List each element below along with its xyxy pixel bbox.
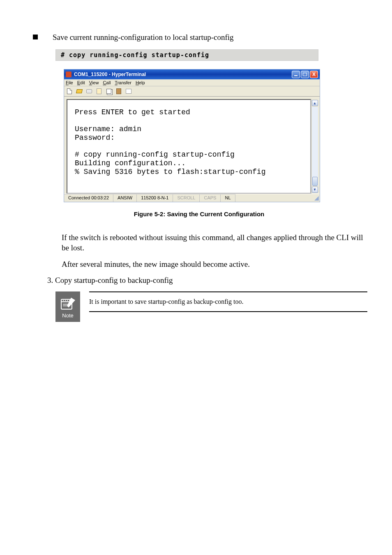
- menu-view[interactable]: View: [89, 80, 99, 85]
- window-title: COM1_115200 - HyperTerminal: [74, 72, 146, 77]
- scroll-up-icon[interactable]: ▲: [312, 100, 318, 106]
- figure-caption: Figure 5-2: Saving the Current Configura…: [31, 210, 367, 217]
- call-icon[interactable]: [85, 88, 93, 95]
- menu-file[interactable]: File: [66, 80, 73, 85]
- properties-icon[interactable]: [125, 88, 132, 95]
- disconnect-icon[interactable]: [95, 88, 103, 95]
- status-scroll: SCROLL: [173, 194, 200, 202]
- titlebar: COM1_115200 - HyperTerminal X: [64, 69, 320, 79]
- note-icon: Note: [55, 291, 80, 322]
- menu-help[interactable]: Help: [136, 80, 145, 85]
- scroll-thumb[interactable]: [312, 177, 318, 186]
- toolbar: [64, 86, 320, 97]
- code-box: # copy running-config startup-config: [55, 49, 318, 61]
- menu-call[interactable]: Call: [103, 80, 111, 85]
- terminal-output[interactable]: Press ENTER to get started Username: adm…: [67, 99, 311, 194]
- menu-edit[interactable]: Edit: [77, 80, 85, 85]
- status-caps: CAPS: [200, 194, 221, 202]
- minimize-button[interactable]: [292, 71, 300, 78]
- menu-transfer[interactable]: Transfer: [115, 80, 131, 85]
- status-nl: NL: [221, 194, 235, 202]
- scrollbar[interactable]: ▲ ▼: [311, 99, 318, 194]
- note-label: Note: [62, 312, 73, 319]
- step-3: 3. Copy startup-config to backup-config: [47, 275, 367, 286]
- scroll-track[interactable]: [312, 107, 318, 186]
- svg-point-2: [63, 300, 64, 301]
- statusbar: Connected 00:03:22 ANSIW 115200 8-N-1 SC…: [64, 194, 320, 202]
- bullet-marker: [33, 35, 38, 39]
- bullet-text: Save current running-configuration to lo…: [53, 33, 234, 42]
- app-icon: [66, 72, 71, 77]
- status-connected: Connected 00:03:22: [64, 194, 113, 202]
- open-icon[interactable]: [76, 88, 83, 95]
- paragraph-2: After several minutes, the new image sho…: [62, 259, 367, 270]
- paragraph-1: If the switch is rebooted without issuin…: [62, 232, 367, 253]
- svg-point-3: [65, 300, 66, 301]
- new-icon[interactable]: [66, 88, 73, 95]
- svg-point-4: [67, 300, 68, 301]
- hyperterminal-window: COM1_115200 - HyperTerminal X File Edit …: [64, 69, 320, 202]
- status-emulation: ANSIW: [113, 194, 137, 202]
- copy-icon[interactable]: [105, 88, 113, 95]
- paste-icon[interactable]: [115, 88, 122, 95]
- scroll-down-icon[interactable]: ▼: [312, 187, 318, 193]
- close-button[interactable]: X: [310, 71, 318, 78]
- menubar: File Edit View Call Transfer Help: [64, 79, 320, 86]
- note-text: It is important to save startup-config a…: [89, 291, 367, 312]
- status-params: 115200 8-N-1: [137, 194, 173, 202]
- notepad-icon: [59, 295, 77, 312]
- maximize-button[interactable]: [301, 71, 309, 78]
- resize-grip-icon[interactable]: ◢: [313, 194, 320, 201]
